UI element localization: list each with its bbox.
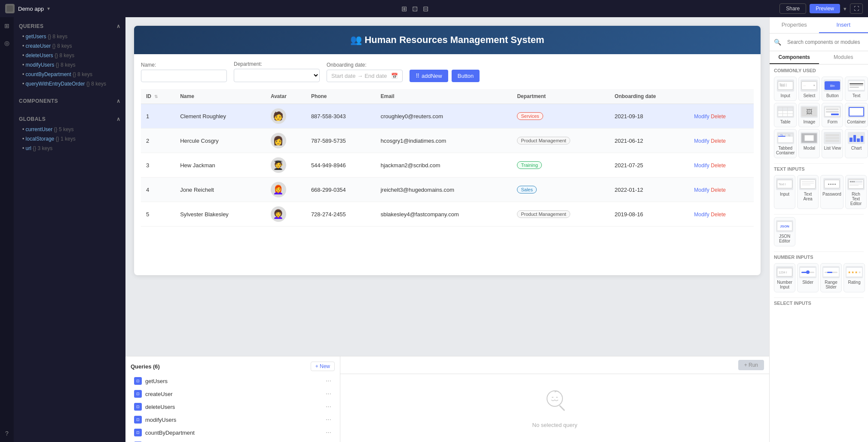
component-listview[interactable]: List View <box>822 129 843 158</box>
query-dots-menu[interactable]: ··· <box>326 429 331 436</box>
date-range-picker[interactable]: Start date → End date 📅 <box>327 70 403 82</box>
delete-link[interactable]: Delete <box>711 212 726 218</box>
tab-components-type[interactable]: Components <box>770 51 819 64</box>
component-rating[interactable]: ★ ★ ★ ★ Rating <box>844 263 865 292</box>
component-image[interactable]: 🖼 Image <box>798 103 820 127</box>
query-item[interactable]: ⊡ createUser ··· <box>131 387 335 400</box>
component-password[interactable]: Password <box>820 175 844 209</box>
query-dots-menu[interactable]: ··· <box>326 377 331 385</box>
component-rte[interactable]: Rich Text Editor <box>845 175 867 209</box>
query-dots-menu[interactable]: ··· <box>326 390 331 398</box>
sidebar-item-getusers[interactable]: • getUsers {} 8 keys <box>19 32 120 41</box>
right-sidebar: Properties Insert 🔍 Components Modules C… <box>769 17 868 442</box>
modify-link[interactable]: Modify <box>694 163 709 169</box>
cell-id: 5 <box>141 202 175 227</box>
name-input[interactable] <box>141 70 227 82</box>
sidebar-item-url[interactable]: • url {} 3 keys <box>19 144 120 153</box>
sidebar-item-createuser[interactable]: • createUser {} 8 keys <box>19 41 120 51</box>
sidebar-item-modifyusers[interactable]: • modifyUsers {} 8 keys <box>19 60 120 70</box>
modify-link[interactable]: Modify <box>694 138 709 144</box>
component-input[interactable]: Text I Input <box>774 77 797 101</box>
app-dropdown-icon[interactable]: ▾ <box>47 6 50 12</box>
queries-collapse-icon[interactable]: ∧ <box>116 23 121 29</box>
table-row[interactable]: 5 Sylvester Blakesley 👩‍🦱 728-274-2455 s… <box>141 202 754 227</box>
delete-link[interactable]: Delete <box>711 138 726 144</box>
avatar: 👩‍🦰 <box>271 182 286 197</box>
layout-icon-1[interactable]: ⊞ <box>401 5 407 13</box>
query-item[interactable]: ⊡ countByDepartment ··· <box>131 426 335 439</box>
modify-link[interactable]: Modify <box>694 187 709 193</box>
component-input-text[interactable]: Text I Input <box>774 175 795 209</box>
query-item[interactable]: ⊡ deleteUsers ··· <box>131 400 335 413</box>
component-table[interactable]: Table <box>774 103 797 127</box>
image-label: Image <box>803 120 815 124</box>
delete-link[interactable]: Delete <box>711 163 726 169</box>
component-select[interactable]: ···▾ Select <box>798 77 820 101</box>
layout-icon-2[interactable]: ⊡ <box>412 5 418 13</box>
run-button[interactable]: + Run <box>738 360 764 370</box>
circle-icon[interactable]: ◎ <box>3 38 11 48</box>
component-text[interactable]: Text <box>845 77 868 101</box>
component-slider[interactable]: Slider <box>797 263 819 292</box>
preview-button[interactable]: Preview <box>810 4 840 13</box>
sidebar-item-querywithentry[interactable]: • queryWithEntryDateOrder {} 8 keys <box>19 79 120 89</box>
app-body: Name: Department: Onboarding date: Start… <box>134 54 761 233</box>
component-textarea[interactable]: Text Area <box>797 175 819 209</box>
cell-avatar: 🧑 <box>266 104 306 129</box>
table-row[interactable]: 1 Clement Roughley 🧑 887-558-3043 crough… <box>141 104 754 129</box>
component-range-slider[interactable]: Range Slider <box>820 263 842 292</box>
department-filter-group: Department: <box>234 61 320 82</box>
preview-dropdown-icon[interactable]: ▾ <box>844 6 847 12</box>
sidebar-item-countbydept[interactable]: • countByDepartment {} 8 keys <box>19 70 120 79</box>
grid-icon[interactable]: ⊞ <box>3 21 11 31</box>
component-json-editor[interactable]: JSON JSON Editor <box>774 217 795 246</box>
query-dots-menu[interactable]: ··· <box>326 416 331 424</box>
sort-icon-id[interactable]: ⇅ <box>154 94 158 99</box>
col-actions <box>689 89 754 104</box>
layout-icon-3[interactable]: ⊟ <box>423 5 428 13</box>
query-list-sidebar: • getUsers {} 8 keys • createUser {} 8 k… <box>19 32 120 89</box>
table-row[interactable]: 3 Hew Jackman 🧑‍🎓 544-949-8946 hjackman2… <box>141 153 754 178</box>
component-chart[interactable]: Chart <box>845 129 868 158</box>
tab-insert[interactable]: Insert <box>819 17 868 33</box>
query-item[interactable]: ⊡ queryWithEntryDateOrder ··· <box>131 439 335 442</box>
component-tabbed-container[interactable]: T1 T2 Tabbed Container <box>774 129 797 158</box>
globals-section-header[interactable]: Globals ∧ <box>19 114 120 125</box>
modify-link[interactable]: Modify <box>694 212 709 218</box>
help-icon[interactable]: ? <box>3 428 10 439</box>
cell-id: 3 <box>141 153 175 178</box>
modify-link[interactable]: Modify <box>694 114 709 120</box>
query-item[interactable]: ⊡ modifyUsers ··· <box>131 413 335 426</box>
globals-collapse-icon[interactable]: ∧ <box>116 116 121 122</box>
sidebar-item-deleteusers[interactable]: • deleteUsers {} 8 keys <box>19 51 120 60</box>
query-db-icon: ⊡ <box>134 390 142 398</box>
components-section-header[interactable]: Components ∧ <box>19 95 120 107</box>
sidebar-item-currentuser[interactable]: • currentUser {} 5 keys <box>19 125 120 134</box>
table-row[interactable]: 4 Jone Reichelt 👩‍🦰 668-299-0354 jreiche… <box>141 178 754 202</box>
component-form[interactable]: Form <box>822 103 843 127</box>
delete-link[interactable]: Delete <box>711 114 726 120</box>
main-button[interactable]: Button <box>452 70 480 82</box>
query-item[interactable]: ⊡ getUsers ··· <box>131 374 335 387</box>
tab-properties[interactable]: Properties <box>770 17 819 33</box>
department-select[interactable] <box>234 69 320 82</box>
delete-link[interactable]: Delete <box>711 187 726 193</box>
component-modal[interactable]: Modal <box>798 129 820 158</box>
modal-label: Modal <box>804 146 815 150</box>
table-row[interactable]: 2 Hercule Cosgry 👩 787-589-5735 hcosgry1… <box>141 129 754 153</box>
component-button[interactable]: Btn Button <box>822 77 843 101</box>
new-query-button[interactable]: + New <box>311 362 335 371</box>
addnew-button[interactable]: ⠿ addNew <box>410 70 448 82</box>
component-number-input[interactable]: 1234 I Number Input <box>774 263 795 292</box>
sidebar-item-localstorage[interactable]: • localStorage {} 1 keys <box>19 134 120 144</box>
share-button[interactable]: Share <box>779 3 806 14</box>
cell-email: hjackman2@scribd.com <box>376 153 512 178</box>
component-container[interactable]: Container <box>845 103 868 127</box>
expand-button[interactable]: ⛶ <box>850 3 863 14</box>
search-components-input[interactable] <box>784 37 864 47</box>
chart-preview <box>848 132 865 144</box>
components-collapse-icon[interactable]: ∧ <box>116 98 121 104</box>
tab-modules-type[interactable]: Modules <box>819 51 868 64</box>
queries-section-header[interactable]: Queries ∧ <box>19 21 120 32</box>
query-dots-menu[interactable]: ··· <box>326 403 331 411</box>
